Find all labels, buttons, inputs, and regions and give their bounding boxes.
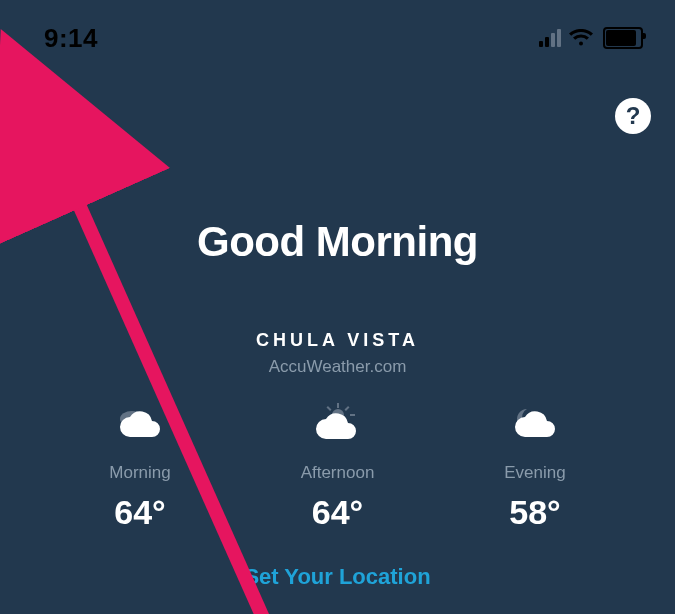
forecast-label: Morning [109, 463, 170, 483]
svg-line-6 [52, 144, 264, 614]
status-time: 9:14 [44, 23, 98, 54]
battery-icon [603, 27, 643, 49]
svg-rect-2 [337, 403, 339, 408]
forecast-temp: 58° [509, 493, 560, 532]
svg-rect-4 [344, 406, 349, 411]
forecast-slot-afternoon: Afternoon 64° [268, 401, 408, 532]
cloud-icon [112, 401, 168, 449]
app-bar: ? [0, 58, 675, 146]
help-button[interactable]: ? [615, 98, 651, 134]
cellular-signal-icon [539, 29, 561, 47]
status-bar: 9:14 [0, 0, 675, 58]
menu-button[interactable] [24, 100, 66, 132]
status-indicators [539, 27, 643, 49]
wifi-icon [569, 29, 593, 47]
set-location-row: Set Your Location [0, 564, 675, 590]
forecast-temp: 64° [312, 493, 363, 532]
location-block: CHULA VISTA AccuWeather.com [0, 330, 675, 377]
set-location-link[interactable]: Set Your Location [244, 564, 430, 589]
forecast-slot-morning: Morning 64° [70, 401, 210, 532]
forecast-label: Afternoon [301, 463, 375, 483]
forecast-label: Evening [504, 463, 565, 483]
location-city: CHULA VISTA [0, 330, 675, 351]
sun-cloud-icon [308, 401, 368, 449]
greeting-title: Good Morning [0, 218, 675, 266]
forecast-slot-evening: Evening 58° [465, 401, 605, 532]
forecast-temp: 64° [114, 493, 165, 532]
svg-rect-3 [350, 414, 355, 416]
moon-cloud-icon [507, 401, 563, 449]
svg-rect-5 [326, 406, 331, 411]
location-source: AccuWeather.com [0, 357, 675, 377]
forecast-row: Morning 64° Afternoon 64° [0, 401, 675, 532]
